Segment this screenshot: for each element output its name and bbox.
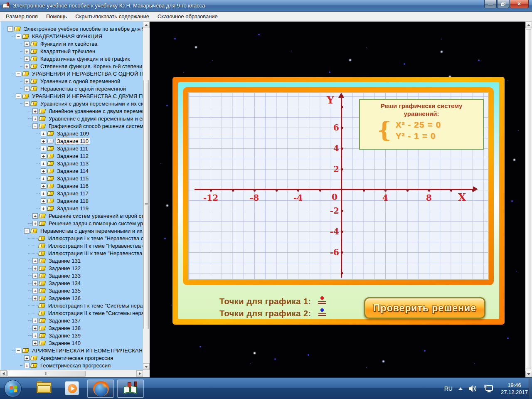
tree-item[interactable]: −КВАДРАТИЧНАЯ ФУНКЦИЯ [1, 32, 143, 40]
tree-item[interactable]: −УРАВНЕНИЯ И НЕРАВЕНСТВА С ОДНОЙ ПЕРЕМЕН… [1, 70, 143, 77]
tree-item-label[interactable]: Задание 140 [47, 340, 82, 346]
collapse-toggle[interactable]: − [16, 34, 21, 39]
tree-item-label[interactable]: Задание 131 [47, 258, 82, 264]
tree-item-label[interactable]: Уравнения с двумя переменными и их систе… [39, 101, 143, 107]
tree-item[interactable]: +Задание 138 [1, 324, 143, 332]
tree-item-label[interactable]: Задание 132 [47, 265, 82, 271]
expand-toggle[interactable]: + [32, 340, 38, 346]
minimize-button[interactable]: — [484, 0, 497, 8]
tree-item-label[interactable]: АРИФМЕТИЧЕСКАЯ И ГЕОМЕТРИЧЕСКАЯ ПРОГРЕСС… [31, 347, 143, 354]
tree-item[interactable]: −Неравенства с двумя переменными и их си… [1, 227, 143, 234]
close-button[interactable]: ✕ [510, 0, 529, 8]
scroll-left-button[interactable] [0, 370, 7, 377]
firefox-taskbar-button[interactable] [87, 379, 114, 398]
tree-item-label[interactable]: Геометрическая прогрессия [39, 362, 112, 369]
language-indicator[interactable]: RU [444, 385, 453, 392]
expand-toggle[interactable]: + [24, 363, 30, 368]
tree-item-label[interactable]: УРАВНЕНИЯ И НЕРАВЕНСТВА С ОДНОЙ ПЕРЕМЕНН… [31, 71, 143, 77]
tree-item-label[interactable]: Функции и их свойства [39, 41, 99, 47]
expand-toggle[interactable]: + [24, 49, 30, 54]
tree-item-label[interactable]: Задание 115 [56, 175, 90, 182]
tree-item[interactable]: +Неравенства с одной переменной [1, 85, 143, 92]
tree-item-label[interactable]: Решение задач с помощью систем уравнений [47, 220, 143, 227]
tree-item-label[interactable]: КВАДРАТИЧНАЯ ФУНКЦИЯ [31, 33, 103, 39]
tree-item[interactable]: +Уравнения с одной переменной [1, 77, 143, 85]
tree-item-label[interactable]: Задание 135 [47, 288, 82, 294]
tree-item-label[interactable]: Иллюстрация II к теме "Неравенства с дву… [47, 243, 143, 249]
expand-toggle[interactable]: + [41, 131, 46, 136]
tree-item-label[interactable]: Решение систем уравнений второй степени [47, 213, 143, 219]
scroll-right-button[interactable] [136, 370, 143, 377]
tree-item-label[interactable]: Задание 118 [56, 198, 90, 204]
tree-item-label[interactable]: Задание 111 [56, 145, 89, 152]
menu-item[interactable]: Скрыть/показать содержание [71, 12, 153, 20]
tree-item-label[interactable]: Квадратичная функция и её график [39, 56, 131, 62]
volume-icon[interactable] [468, 384, 478, 393]
tree-item[interactable]: +Задание 110 [1, 137, 143, 145]
tree-item-label[interactable]: Задание 117 [56, 190, 90, 197]
expand-toggle[interactable]: + [32, 333, 38, 338]
tree-item-label[interactable]: Арифметическая прогрессия [39, 355, 114, 361]
expand-toggle[interactable]: + [41, 168, 46, 174]
tree-item[interactable]: −АРИФМЕТИЧЕСКАЯ И ГЕОМЕТРИЧЕСКАЯ ПРОГРЕС… [1, 347, 143, 354]
expand-toggle[interactable]: + [41, 198, 46, 204]
expand-toggle[interactable]: + [24, 355, 30, 361]
tree-item-label[interactable]: Задание 116 [56, 183, 90, 189]
expand-toggle[interactable]: + [24, 56, 30, 62]
tree-item[interactable]: +Задание 134 [1, 279, 143, 287]
clock[interactable]: 19:46 27.12.2017 [501, 382, 528, 396]
collapse-toggle[interactable]: − [7, 26, 13, 32]
tree-item-label[interactable]: УРАВНЕНИЯ И НЕРАВЕНСТВА С ДВУМЯ ПЕРЕМЕНН… [31, 93, 143, 99]
tree-item[interactable]: −Уравнения с двумя переменными и их сист… [1, 100, 143, 107]
tree-item[interactable]: +Задание 139 [1, 332, 143, 339]
tree-item-label[interactable]: Задание 114 [56, 168, 90, 174]
tree-item[interactable]: +Линейное уравнение с двумя переменными [1, 107, 143, 115]
expand-toggle[interactable]: + [24, 64, 30, 69]
tree-item-label[interactable]: Иллюстрация III к теме "Неравенства с дв… [47, 250, 143, 256]
tree-item-label[interactable]: Степенная функция. Корень n-й степени [39, 63, 143, 69]
tree-item[interactable]: Иллюстрация II к теме "Системы неравенст… [1, 309, 143, 317]
tree-item[interactable]: +Задание 114 [1, 167, 143, 175]
tree-item-label[interactable]: Задание 109 [56, 131, 90, 137]
expand-toggle[interactable]: + [32, 108, 38, 114]
check-solution-button[interactable]: Проверить решение [364, 297, 485, 319]
expand-toggle[interactable]: + [32, 273, 38, 278]
tree-item-label[interactable]: Квадратный трёхчлен [39, 48, 96, 54]
tree-item[interactable]: +Решение систем уравнений второй степени [1, 212, 143, 219]
tree-item[interactable]: +Геометрическая прогрессия [1, 362, 143, 369]
tree-item-label[interactable]: Задание 112 [56, 153, 90, 159]
tree-item[interactable]: +Функции и их свойства [1, 40, 143, 47]
tree-item[interactable]: +Задание 111 [1, 145, 143, 152]
tree-item-label[interactable]: Задание 139 [47, 332, 82, 339]
tree-item[interactable]: −Электронное учебное пособие по алгебре … [1, 25, 143, 32]
expand-toggle[interactable]: + [24, 41, 30, 47]
expand-toggle[interactable]: + [41, 146, 46, 151]
tree-item[interactable]: −УРАВНЕНИЯ И НЕРАВЕНСТВА С ДВУМЯ ПЕРЕМЕН… [1, 92, 143, 100]
tree-item-label[interactable]: Графический способ решения систем уравне… [47, 123, 143, 129]
tree-item-label[interactable]: Задание 133 [47, 273, 82, 279]
tree-item[interactable]: Иллюстрация III к теме "Неравенства с дв… [1, 249, 143, 257]
tree-item[interactable]: +Задание 117 [1, 190, 143, 197]
tree-item[interactable]: +Задание 119 [1, 204, 143, 212]
media-player-taskbar-icon[interactable] [65, 381, 79, 395]
tree-item[interactable]: +Степенная функция. Корень n-й степени [1, 62, 143, 70]
expand-toggle[interactable]: + [41, 183, 46, 189]
tree-item[interactable]: +Решение задач с помощью систем уравнени… [1, 219, 143, 227]
tree-item[interactable]: Иллюстрация II к теме "Неравенства с дву… [1, 242, 143, 249]
expand-toggle[interactable]: + [32, 318, 38, 323]
tree-item[interactable]: +Уравнение с двумя переменными и его гра… [1, 115, 143, 122]
tree-item[interactable]: +Задание 135 [1, 287, 143, 294]
scroll-up-button[interactable] [143, 22, 150, 28]
tree-item[interactable]: +Задание 133 [1, 272, 143, 279]
expand-toggle[interactable]: + [32, 221, 38, 226]
tree-item-label[interactable]: Задание 134 [47, 280, 82, 286]
collapse-toggle[interactable]: − [16, 94, 21, 99]
menu-item[interactable]: Размер поля [2, 12, 42, 20]
start-button[interactable] [4, 380, 22, 397]
tree-item-label[interactable]: Задание 136 [47, 295, 82, 301]
tree-item[interactable]: +Задание 136 [1, 294, 143, 302]
scrollbar-thumb[interactable] [526, 29, 531, 369]
network-icon[interactable] [483, 384, 493, 393]
tree-item[interactable]: +Квадратичная функция и её график [1, 55, 143, 62]
scroll-down-button[interactable] [525, 371, 532, 377]
